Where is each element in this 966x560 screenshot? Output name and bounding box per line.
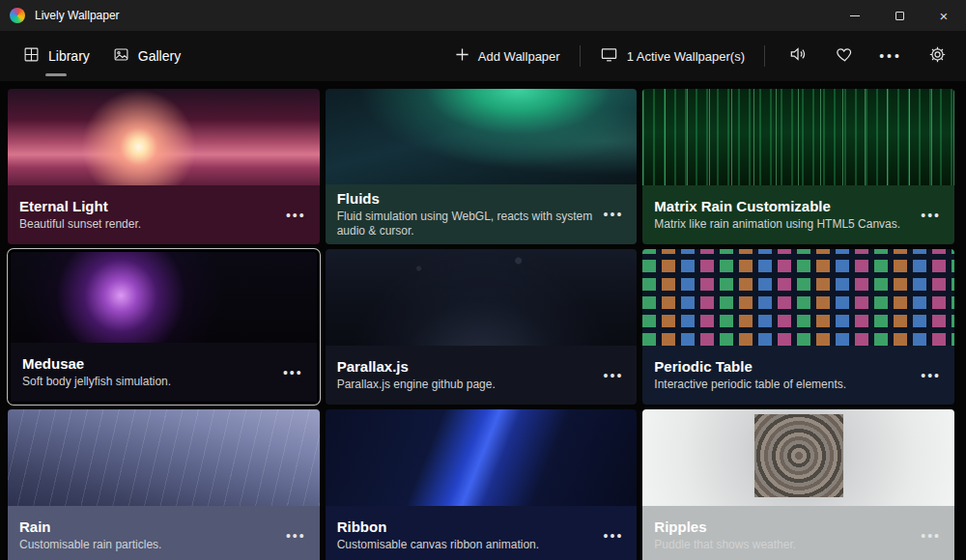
wallpaper-description: Interactive periodic table of elements. — [654, 378, 846, 392]
wallpaper-title: Eternal Light — [19, 198, 141, 214]
add-wallpaper-label: Add Wallpaper — [478, 49, 560, 64]
minimize-button[interactable] — [833, 0, 877, 31]
wallpaper-description: Matrix like rain animation using HTML5 C… — [654, 217, 900, 232]
wallpaper-card-fluids[interactable]: Fluids Fluid simulation using WebGL, rea… — [326, 89, 638, 244]
wallpaper-card-ripples[interactable]: Ripples Puddle that shows weather. ••• — [642, 409, 954, 560]
settings-button[interactable] — [923, 42, 951, 70]
maximize-button[interactable] — [877, 0, 922, 31]
app-logo-icon — [10, 8, 25, 23]
wallpaper-card-meta: Eternal Light Beautiful sunset render. — [19, 198, 141, 232]
card-more-button[interactable]: ••• — [919, 524, 943, 547]
speaker-icon — [788, 44, 808, 68]
wallpaper-card-ribbon[interactable]: Ribbon Customisable canvas ribbon animat… — [326, 409, 638, 560]
wallpaper-card-footer: Eternal Light Beautiful sunset render. •… — [8, 185, 320, 244]
wallpaper-thumbnail — [642, 409, 954, 506]
wallpaper-card-footer: Matrix Rain Customizable Matrix like rai… — [642, 185, 954, 244]
tab-gallery[interactable]: Gallery — [101, 31, 192, 81]
card-more-button[interactable]: ••• — [602, 203, 626, 226]
wallpaper-card-footer: Rain Customisable rain particles. ••• — [8, 506, 320, 560]
wallpaper-grid: Eternal Light Beautiful sunset render. •… — [0, 81, 966, 560]
wallpaper-card-meta: Periodic Table Interactive periodic tabl… — [654, 358, 846, 392]
favorites-button[interactable] — [831, 42, 858, 70]
wallpaper-card-meta: Ribbon Customisable canvas ribbon animat… — [337, 518, 539, 552]
wallpaper-thumbnail — [8, 409, 320, 506]
wallpaper-card-periodic-table[interactable]: Periodic Table Interactive periodic tabl… — [642, 249, 954, 405]
wallpaper-title: Ripples — [654, 518, 796, 535]
card-more-button[interactable]: ••• — [919, 204, 943, 227]
active-wallpapers-label: 1 Active Wallpaper(s) — [627, 49, 745, 64]
wallpaper-title: Fluids — [337, 190, 602, 207]
wallpaper-description: Parallax.js engine github page. — [337, 378, 496, 392]
wallpaper-card-footer: Periodic Table Interactive periodic tabl… — [642, 346, 954, 405]
wallpaper-thumbnail — [11, 252, 317, 343]
wallpaper-title: Medusae — [22, 355, 171, 372]
gallery-image-icon — [113, 46, 129, 66]
minimize-icon — [850, 15, 860, 16]
wallpaper-thumbnail — [642, 249, 954, 346]
wallpaper-description: Puddle that shows weather. — [654, 538, 796, 552]
wallpaper-title: Parallax.js — [337, 358, 496, 375]
wallpaper-thumbnail — [326, 89, 638, 184]
card-more-button[interactable]: ••• — [602, 364, 626, 387]
wallpaper-card-meta: Medusae Soft body jellyfish simulation. — [22, 355, 171, 389]
wallpaper-card-rain[interactable]: Rain Customisable rain particles. ••• — [8, 409, 320, 560]
card-more-button[interactable]: ••• — [919, 364, 943, 387]
gear-icon — [928, 45, 947, 68]
heart-icon — [836, 45, 854, 68]
divider — [580, 45, 581, 67]
close-button[interactable]: × — [922, 0, 966, 31]
nav-actions: Add Wallpaper 1 Active Wallpaper(s) — [455, 42, 951, 70]
wallpaper-title: Rain — [19, 518, 161, 535]
card-more-button[interactable]: ••• — [284, 524, 308, 547]
wallpaper-card-footer: Parallax.js Parallax.js engine github pa… — [326, 346, 638, 405]
close-icon: × — [940, 8, 949, 24]
active-wallpapers-button[interactable]: 1 Active Wallpaper(s) — [600, 45, 745, 67]
wallpaper-description: Soft body jellyfish simulation. — [22, 375, 171, 389]
ellipsis-icon: ••• — [879, 48, 902, 64]
plus-icon — [455, 47, 469, 65]
wallpaper-card-footer: Ribbon Customisable canvas ribbon animat… — [326, 506, 638, 560]
active-tab-indicator — [45, 73, 67, 76]
monitor-icon — [600, 45, 618, 67]
wallpaper-thumbnail — [326, 409, 638, 506]
title-bar: Lively Wallpaper × — [0, 0, 966, 31]
wallpaper-card-meta: Rain Customisable rain particles. — [19, 518, 161, 552]
add-wallpaper-button[interactable]: Add Wallpaper — [455, 47, 560, 65]
nav-more-button[interactable]: ••• — [877, 42, 904, 70]
wallpaper-thumbnail — [326, 249, 638, 346]
wallpaper-card-meta: Ripples Puddle that shows weather. — [654, 518, 796, 552]
divider — [764, 45, 765, 67]
tab-library-label: Library — [48, 48, 90, 64]
library-grid-icon — [23, 46, 40, 66]
wallpaper-title: Matrix Rain Customizable — [654, 198, 900, 214]
wallpaper-thumbnail — [642, 89, 954, 185]
wallpaper-card-parallax-js[interactable]: Parallax.js Parallax.js engine github pa… — [326, 249, 638, 405]
wallpaper-title: Ribbon — [337, 518, 539, 535]
wallpaper-title: Periodic Table — [654, 358, 846, 375]
wallpaper-card-eternal-light[interactable]: Eternal Light Beautiful sunset render. •… — [8, 89, 320, 244]
wallpaper-description: Customisable canvas ribbon animation. — [337, 538, 539, 552]
card-more-button[interactable]: ••• — [284, 204, 308, 227]
wallpaper-card-meta: Fluids Fluid simulation using WebGL, rea… — [337, 190, 602, 238]
tab-gallery-label: Gallery — [138, 48, 181, 64]
wallpaper-description: Fluid simulation using WebGL, reacts wit… — [337, 210, 602, 238]
window-title: Lively Wallpaper — [35, 9, 120, 22]
wallpaper-card-matrix-rain-customizable[interactable]: Matrix Rain Customizable Matrix like rai… — [642, 89, 954, 244]
wallpaper-description: Customisable rain particles. — [19, 538, 161, 552]
card-more-button[interactable]: ••• — [602, 524, 626, 547]
nav-bar: Library Gallery Add Wallpaper — [0, 31, 966, 81]
wallpaper-card-footer: Medusae Soft body jellyfish simulation. … — [11, 343, 317, 402]
wallpaper-thumbnail — [8, 89, 320, 185]
wallpaper-card-medusae[interactable]: Medusae Soft body jellyfish simulation. … — [8, 249, 320, 405]
maximize-icon — [895, 12, 904, 20]
card-more-button[interactable]: ••• — [281, 361, 305, 384]
tab-library[interactable]: Library — [12, 31, 101, 81]
audio-button[interactable] — [784, 42, 811, 70]
wallpaper-description: Beautiful sunset render. — [19, 217, 141, 232]
wallpaper-card-footer: Ripples Puddle that shows weather. ••• — [642, 506, 954, 560]
wallpaper-card-footer: Fluids Fluid simulation using WebGL, rea… — [326, 184, 638, 244]
window-controls: × — [833, 0, 966, 31]
wallpaper-card-meta: Parallax.js Parallax.js engine github pa… — [337, 358, 496, 392]
wallpaper-card-meta: Matrix Rain Customizable Matrix like rai… — [654, 198, 900, 232]
